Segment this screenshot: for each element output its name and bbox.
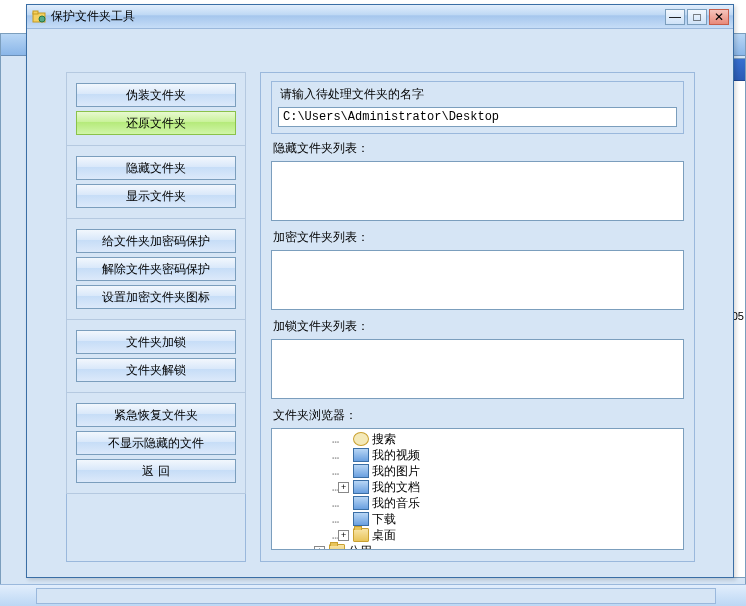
sidebar-group-3: 给文件夹加密码保护 解除文件夹密码保护 设置加密文件夹图标 xyxy=(66,218,246,320)
hide-folder-button[interactable]: 隐藏文件夹 xyxy=(76,156,236,180)
tree-item-label: 搜索 xyxy=(372,431,396,448)
minimize-button[interactable]: — xyxy=(665,9,685,25)
show-folder-button[interactable]: 显示文件夹 xyxy=(76,184,236,208)
blue-icon xyxy=(353,512,369,526)
main-panel: 请输入待处理文件夹的名字 隐藏文件夹列表： 加密文件夹列表： 加锁文件夹列表： … xyxy=(260,72,695,562)
sidebar-group-4: 文件夹加锁 文件夹解锁 xyxy=(66,319,246,393)
tree-item[interactable]: …下载 xyxy=(332,511,683,527)
locked-folder-list[interactable] xyxy=(271,339,684,399)
close-button[interactable]: ✕ xyxy=(709,9,729,25)
expand-icon[interactable]: + xyxy=(314,546,325,551)
search-icon xyxy=(353,432,369,446)
expand-icon[interactable]: + xyxy=(338,482,349,493)
lock-folder-button[interactable]: 文件夹加锁 xyxy=(76,330,236,354)
blue-icon xyxy=(353,496,369,510)
titlebar[interactable]: 保护文件夹工具 — □ ✕ xyxy=(27,5,733,29)
bottom-bar-inner xyxy=(36,588,716,604)
hidden-list-label: 隐藏文件夹列表： xyxy=(273,140,684,157)
path-input[interactable] xyxy=(278,107,677,127)
tree-item-label: 公用 xyxy=(348,543,372,551)
tree-item[interactable]: …我的音乐 xyxy=(332,495,683,511)
tree-item-label: 我的视频 xyxy=(372,447,420,464)
app-icon xyxy=(31,9,47,25)
svg-rect-1 xyxy=(33,11,38,14)
tree-item[interactable]: …我的视频 xyxy=(332,447,683,463)
dont-show-hidden-button[interactable]: 不显示隐藏的文件 xyxy=(76,431,236,455)
tree-item-label: 下载 xyxy=(372,511,396,528)
window-controls: — □ ✕ xyxy=(665,9,729,25)
disguise-folder-button[interactable]: 伪装文件夹 xyxy=(76,83,236,107)
encrypted-list-label: 加密文件夹列表： xyxy=(273,229,684,246)
emergency-restore-button[interactable]: 紧急恢复文件夹 xyxy=(76,403,236,427)
bottom-bar xyxy=(0,584,746,606)
blue-icon xyxy=(353,464,369,478)
encrypted-folder-list[interactable] xyxy=(271,250,684,310)
maximize-button[interactable]: □ xyxy=(687,9,707,25)
tree-item[interactable]: +公用 xyxy=(314,543,683,550)
unlock-folder-button[interactable]: 文件夹解锁 xyxy=(76,358,236,382)
blue-icon xyxy=(353,448,369,462)
path-group: 请输入待处理文件夹的名字 xyxy=(271,81,684,134)
sidebar: 伪装文件夹 还原文件夹 隐藏文件夹 显示文件夹 给文件夹加密码保护 解除文件夹密… xyxy=(66,72,246,562)
encrypt-folder-button[interactable]: 给文件夹加密码保护 xyxy=(76,229,236,253)
expand-icon[interactable]: + xyxy=(338,530,349,541)
tree-item-label: 我的音乐 xyxy=(372,495,420,512)
tree-item[interactable]: …搜索 xyxy=(332,431,683,447)
decrypt-folder-button[interactable]: 解除文件夹密码保护 xyxy=(76,257,236,281)
hidden-folder-list[interactable] xyxy=(271,161,684,221)
path-label: 请输入待处理文件夹的名字 xyxy=(280,86,677,103)
tree-item-label: 桌面 xyxy=(372,527,396,544)
svg-point-2 xyxy=(39,16,45,22)
folder-icon xyxy=(353,528,369,542)
back-button[interactable]: 返 回 xyxy=(76,459,236,483)
tree-item[interactable]: …+我的文档 xyxy=(332,479,683,495)
sidebar-group-5: 紧急恢复文件夹 不显示隐藏的文件 返 回 xyxy=(66,392,246,494)
tree-item[interactable]: …我的图片 xyxy=(332,463,683,479)
set-encrypt-icon-button[interactable]: 设置加密文件夹图标 xyxy=(76,285,236,309)
folder-icon xyxy=(329,544,345,550)
tree-item[interactable]: …+桌面 xyxy=(332,527,683,543)
folder-browser[interactable]: …搜索…我的视频…我的图片…+我的文档…我的音乐…下载…+桌面+公用 xyxy=(271,428,684,550)
locked-list-label: 加锁文件夹列表： xyxy=(273,318,684,335)
sidebar-group-1: 伪装文件夹 还原文件夹 xyxy=(66,72,246,146)
main-window: 保护文件夹工具 — □ ✕ 伪装文件夹 还原文件夹 隐藏文件夹 显示文件夹 给文… xyxy=(26,4,734,578)
client-area: 伪装文件夹 还原文件夹 隐藏文件夹 显示文件夹 给文件夹加密码保护 解除文件夹密… xyxy=(30,32,730,574)
blue-icon xyxy=(353,480,369,494)
tree-item-label: 我的图片 xyxy=(372,463,420,480)
sidebar-group-2: 隐藏文件夹 显示文件夹 xyxy=(66,145,246,219)
window-title: 保护文件夹工具 xyxy=(51,8,665,25)
browser-label: 文件夹浏览器： xyxy=(273,407,684,424)
tree-item-label: 我的文档 xyxy=(372,479,420,496)
restore-folder-button[interactable]: 还原文件夹 xyxy=(76,111,236,135)
